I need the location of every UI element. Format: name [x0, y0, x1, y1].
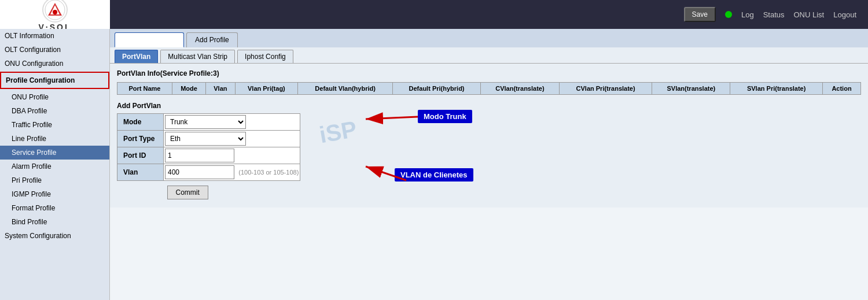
col-default-vlan-hybrid: Default Vlan(hybrid): [298, 83, 393, 95]
col-svlan-pri-translate: SVlan Pri(translate): [730, 83, 823, 95]
col-default-pri-hybrid: Default Pri(hybrid): [393, 83, 481, 95]
sidebar-item-dba-profile[interactable]: DBA Profile: [0, 104, 109, 118]
sidebar-item-onu-configuration[interactable]: ONU Configuration: [0, 57, 109, 71]
top-header: Save Log Status ONU List Logout: [110, 0, 868, 29]
add-portvlan-title: Add PortVlan: [117, 102, 861, 110]
vlan-hint: (100-103 or 105-108): [236, 169, 299, 176]
mode-select[interactable]: Trunk Access Hybrid Translate: [165, 115, 246, 129]
save-button[interactable]: Save: [684, 7, 716, 22]
sidebar-item-olt-configuration[interactable]: OLT Configuration: [0, 43, 109, 57]
sidebar-item-alarm-profile[interactable]: Alarm Profile: [0, 160, 109, 173]
portvlan-table: Port Name Mode Vlan Vlan Pri(tag) Defaul…: [117, 82, 861, 95]
svg-line-5: [366, 117, 418, 119]
commit-button[interactable]: Commit: [167, 186, 208, 199]
commit-spacer: [117, 181, 164, 202]
col-mode: Mode: [172, 83, 205, 95]
sub-tabs-row: PortVlan Multicast Vlan Strip Iphost Con…: [110, 47, 868, 64]
col-port-name: Port Name: [117, 83, 172, 95]
port-id-input[interactable]: [165, 149, 234, 162]
mode-input-cell: Trunk Access Hybrid Translate: [164, 114, 300, 131]
logo-area: V·SOL: [0, 0, 110, 29]
sub-tab-multicast-vlan-strip[interactable]: Multicast Vlan Strip: [160, 50, 235, 63]
tab-add-profile[interactable]: Add Profile: [186, 32, 238, 47]
log-link[interactable]: Log: [741, 10, 754, 19]
svg-point-3: [53, 10, 57, 14]
col-cvlan-pri-translate: CVlan Pri(translate): [559, 83, 652, 95]
port-id-row: Port ID: [117, 147, 300, 164]
sidebar-item-pri-profile[interactable]: Pri Profile: [0, 173, 109, 187]
sub-tab-portvlan[interactable]: PortVlan: [115, 50, 158, 63]
sidebar-item-bind-profile[interactable]: Bind Profile: [0, 215, 109, 229]
logout-link[interactable]: Logout: [833, 10, 856, 19]
section-title: PortVlan Info(Service Profile:3): [117, 69, 861, 77]
port-id-label: Port ID: [117, 147, 164, 164]
port-id-input-cell: [164, 147, 300, 164]
port-type-select[interactable]: Eth POTS TDM: [165, 132, 246, 146]
port-type-input-cell: Eth POTS TDM: [164, 131, 300, 147]
sidebar-item-line-profile[interactable]: Line Profile: [0, 132, 109, 146]
main-tabs-row: Service Profiles Add Profile: [110, 29, 868, 47]
content-body: PortVlan Info(Service Profile:3) Port Na…: [110, 64, 868, 208]
vlan-input-cell: (100-103 or 105-108): [164, 164, 300, 181]
vlan-label: Vlan: [117, 164, 164, 181]
annotation-area: Add PortVlan Mode Trunk Access Hybrid Tr…: [117, 102, 861, 202]
vlan-row: Vlan (100-103 or 105-108): [117, 164, 300, 181]
commit-cell: Commit: [164, 181, 300, 202]
col-action: Action: [823, 83, 861, 95]
tooltip-vlan-clienetes: VLAN de Clienetes: [395, 168, 473, 182]
col-vlan-pri-tag: Vlan Pri(tag): [235, 83, 298, 95]
sub-tab-iphost-config[interactable]: Iphost Config: [237, 50, 293, 63]
sidebar-item-format-profile[interactable]: Format Profile: [0, 201, 109, 215]
content-area: Service Profiles Add Profile PortVlan Mu…: [110, 29, 868, 300]
mode-label: Mode: [117, 114, 164, 131]
sidebar-item-system-configuration[interactable]: System Configuration: [0, 229, 109, 243]
tooltip-modo-trunk: Modo Trunk: [418, 110, 472, 123]
profile-configuration-section: Profile Configuration: [0, 72, 109, 89]
status-link[interactable]: Status: [763, 10, 785, 19]
sidebar-item-service-profile[interactable]: Service Profile: [0, 146, 109, 160]
sidebar-item-olt-information[interactable]: OLT Information: [0, 29, 109, 43]
commit-row: Commit: [117, 181, 300, 202]
mode-row: Mode Trunk Access Hybrid Translate: [117, 114, 300, 131]
vsol-logo-icon: [45, 0, 65, 20]
status-indicator: [725, 11, 732, 18]
col-cvlan-translate: CVlan(translate): [481, 83, 560, 95]
tab-service-profiles[interactable]: Service Profiles: [115, 32, 184, 47]
sidebar-item-igmp-profile[interactable]: IGMP Profile: [0, 187, 109, 201]
onu-list-link[interactable]: ONU List: [794, 10, 825, 19]
col-vlan: Vlan: [206, 83, 236, 95]
port-type-row: Port Type Eth POTS TDM: [117, 131, 300, 147]
sidebar: OLT Information OLT Configuration ONU Co…: [0, 29, 110, 300]
watermark: iSP: [318, 116, 359, 149]
sidebar-item-traffic-profile[interactable]: Traffic Profile: [0, 118, 109, 132]
add-portvlan-form: Mode Trunk Access Hybrid Translate: [117, 113, 300, 202]
sidebar-item-onu-profile[interactable]: ONU Profile: [0, 90, 109, 104]
port-type-label: Port Type: [117, 131, 164, 147]
vlan-input[interactable]: [165, 165, 234, 179]
col-svlan-translate: SVlan(translate): [652, 83, 730, 95]
